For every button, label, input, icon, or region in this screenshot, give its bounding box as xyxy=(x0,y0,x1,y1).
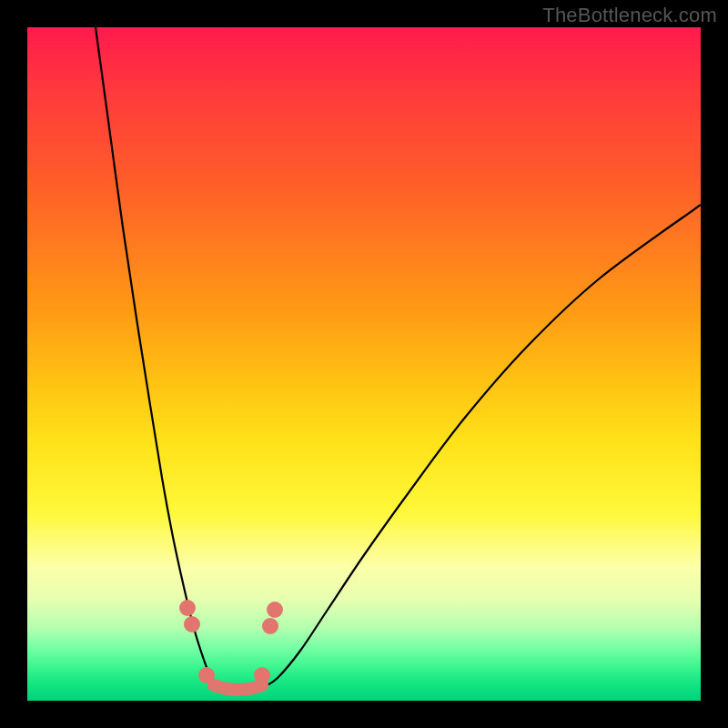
marker-right-dot-1 xyxy=(267,602,283,618)
marker-left-dot-2 xyxy=(184,616,200,632)
curve-left-branch xyxy=(96,27,218,687)
marker-group xyxy=(179,600,283,683)
chart-svg xyxy=(27,27,701,701)
marker-floor-stroke xyxy=(214,685,262,690)
marker-right-dot-2 xyxy=(262,618,278,634)
watermark-text: TheBottleneck.com xyxy=(542,4,717,27)
outer-frame: TheBottleneck.com xyxy=(0,0,728,728)
chart-plot-area xyxy=(27,27,701,701)
marker-floor-right xyxy=(254,667,270,683)
marker-floor-left xyxy=(198,667,215,683)
marker-left-dot-1 xyxy=(179,600,196,616)
curve-right-branch xyxy=(264,205,701,687)
